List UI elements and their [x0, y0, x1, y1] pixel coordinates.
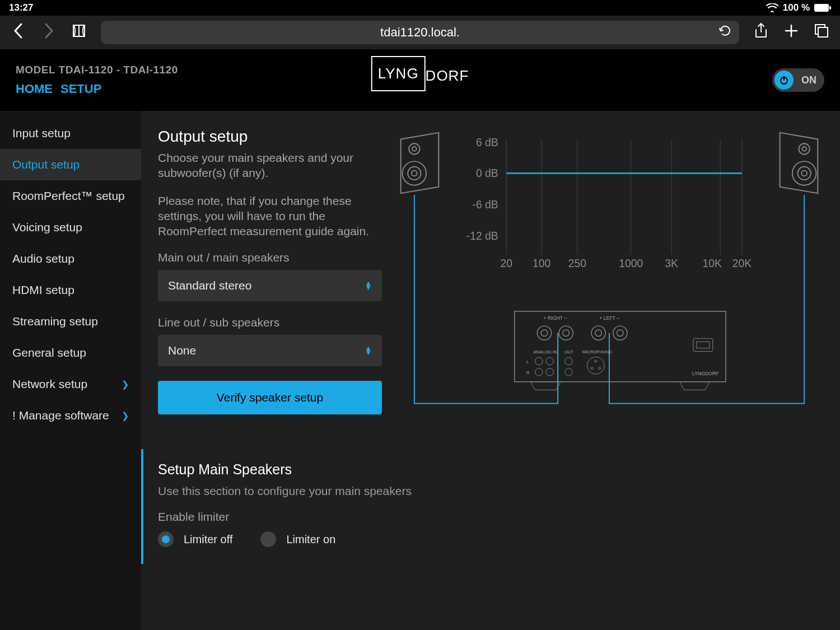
sidebar-item-network-setup[interactable]: Network setup❯ [0, 368, 141, 400]
ytick: 6 dB [476, 136, 498, 148]
new-tab-button[interactable] [783, 23, 800, 42]
sidebar-item-voicing-setup[interactable]: Voicing setup [0, 212, 141, 243]
svg-text:MICROPHONE: MICROPHONE [582, 349, 612, 354]
svg-point-47 [565, 368, 573, 376]
power-label: ON [801, 74, 816, 86]
browser-toolbar: tdai1120.local. [0, 16, 840, 49]
power-icon [774, 71, 794, 90]
svg-point-13 [792, 161, 816, 185]
svg-text:+  LEFT  –: + LEFT – [599, 315, 619, 321]
sidebar-item-general-setup[interactable]: General setup [0, 337, 141, 368]
svg-rect-3 [818, 27, 828, 37]
sidebar-item-roomperfect-setup[interactable]: RoomPerfect™ setup [0, 180, 141, 212]
svg-point-45 [546, 368, 554, 376]
limiter-label: Enable limiter [158, 510, 825, 524]
section-title: Setup Main Speakers [158, 461, 825, 478]
svg-point-15 [801, 171, 807, 176]
svg-point-9 [408, 167, 421, 180]
ios-status-bar: 13:27 100 % [0, 0, 840, 16]
svg-point-46 [565, 357, 573, 365]
svg-point-37 [595, 330, 602, 337]
tabs-button[interactable] [813, 23, 830, 43]
sidebar-item-audio-setup[interactable]: Audio setup [0, 243, 141, 274]
svg-point-35 [563, 330, 570, 337]
diagram-area: 6 dB 0 dB -6 dB -12 dB 20 100 250 1000 3… [395, 128, 823, 432]
svg-point-7 [412, 147, 417, 151]
main-out-value: Standard stereo [168, 279, 251, 292]
chevron-right-icon: ❯ [122, 410, 129, 421]
radio-dot-icon [158, 531, 174, 547]
svg-point-6 [409, 143, 419, 154]
sidebar-item-output-setup[interactable]: Output setup [0, 149, 141, 180]
svg-point-36 [591, 326, 605, 340]
sidebar-item-input-setup[interactable]: Input setup [0, 118, 141, 149]
nav-home[interactable]: HOME [16, 82, 53, 96]
select-arrows-icon: ▲▼ [365, 281, 372, 290]
status-time: 13:27 [9, 2, 33, 13]
limiter-off-radio[interactable]: Limiter off [158, 531, 232, 547]
app-page: MODEL TDAI-1120 - TDAI-1120 HOME SETUP L… [0, 49, 840, 630]
svg-text:250: 250 [568, 257, 586, 269]
svg-point-42 [535, 357, 543, 365]
svg-text:100: 100 [533, 257, 550, 269]
main-out-label: Main out / main speakers [158, 251, 382, 264]
wifi-icon [766, 3, 778, 12]
svg-rect-57 [693, 338, 713, 351]
reload-icon[interactable] [719, 25, 731, 40]
nav-setup[interactable]: SETUP [60, 82, 101, 96]
svg-point-50 [591, 367, 593, 370]
svg-text:ANALOG IN: ANALOG IN [534, 349, 557, 354]
svg-rect-1 [829, 6, 831, 10]
svg-point-39 [617, 330, 624, 337]
forward-button[interactable] [40, 22, 57, 43]
battery-percent: 100 % [783, 2, 810, 13]
page-desc-1: Choose your main speakers and your subwo… [158, 150, 382, 181]
svg-point-51 [599, 367, 601, 370]
svg-text:1000: 1000 [619, 257, 643, 269]
chevron-right-icon: ❯ [122, 379, 129, 390]
svg-point-8 [403, 161, 427, 185]
verify-speaker-button[interactable]: Verify speaker setup [158, 381, 382, 414]
bookmarks-button[interactable] [71, 23, 87, 43]
app-header: MODEL TDAI-1120 - TDAI-1120 HOME SETUP L… [0, 49, 840, 111]
svg-point-10 [412, 171, 417, 176]
svg-text:R: R [526, 370, 530, 375]
svg-text:3K: 3K [665, 257, 678, 269]
svg-text:L: L [526, 360, 529, 365]
svg-text:10K: 10K [703, 257, 722, 269]
sidebar-item-hdmi-setup[interactable]: HDMI setup [0, 274, 141, 306]
line-out-value: None [168, 344, 196, 357]
share-button[interactable] [753, 22, 769, 43]
power-toggle[interactable]: ON [772, 68, 824, 92]
url-text: tdai1120.local. [380, 25, 460, 40]
svg-point-14 [798, 167, 811, 180]
line-out-select[interactable]: None ▲▼ [158, 335, 382, 366]
svg-text:OUT: OUT [564, 349, 574, 354]
model-line: MODEL TDAI-1120 - TDAI-1120 [16, 64, 178, 76]
sidebar-item-manage-software[interactable]: ! Manage software❯ [0, 400, 141, 431]
main-content: Output setup Choose your main speakers a… [141, 111, 840, 630]
radio-dot-icon [260, 531, 276, 547]
back-button[interactable] [10, 22, 27, 43]
line-out-label: Line out / sub speakers [158, 316, 382, 329]
svg-text:LYNGDORF: LYNGDORF [692, 371, 719, 376]
limiter-on-radio[interactable]: Limiter on [260, 531, 335, 547]
output-diagram: 6 dB 0 dB -6 dB -12 dB 20 100 250 1000 3… [395, 128, 823, 430]
sidebar-item-streaming-setup[interactable]: Streaming setup [0, 306, 141, 337]
svg-point-33 [541, 330, 548, 337]
svg-point-48 [587, 357, 604, 374]
setup-main-speakers-section: Setup Main Speakers Use this section to … [141, 449, 840, 564]
svg-point-43 [546, 357, 554, 365]
ytick: 0 dB [476, 167, 498, 179]
main-out-select[interactable]: Standard stereo ▲▼ [158, 270, 382, 301]
svg-point-44 [535, 368, 543, 376]
svg-text:+  RIGHT  –: + RIGHT – [543, 315, 567, 321]
battery-icon [814, 4, 831, 12]
select-arrows-icon: ▲▼ [365, 346, 372, 355]
svg-point-32 [537, 326, 551, 340]
url-bar[interactable]: tdai1120.local. [101, 21, 739, 44]
svg-text:20K: 20K [732, 257, 752, 269]
page-title: Output setup [158, 128, 382, 146]
svg-point-12 [802, 147, 806, 151]
svg-text:20: 20 [501, 257, 513, 269]
